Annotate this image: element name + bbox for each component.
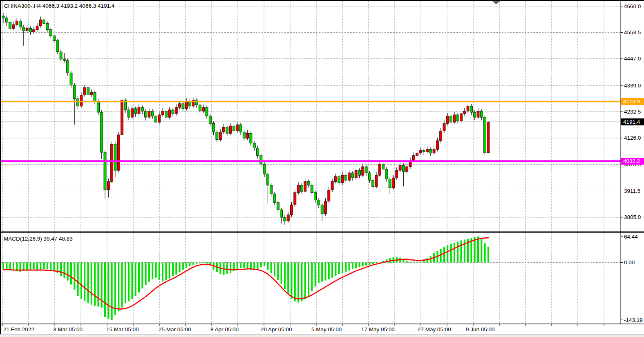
macd-histogram-bar xyxy=(315,263,316,287)
macd-histogram-bar xyxy=(237,263,238,270)
candle-bearish xyxy=(372,180,374,186)
candle-bullish xyxy=(378,164,381,175)
candle-bullish xyxy=(16,21,18,25)
time-axis-label: 17 May 05:00 xyxy=(361,326,395,333)
candle-bullish xyxy=(334,176,337,181)
candle-bullish xyxy=(453,115,456,122)
bottom-strip xyxy=(0,334,644,337)
candle-bullish xyxy=(148,111,150,117)
candle-bullish xyxy=(463,111,466,114)
macd-histogram-bar xyxy=(74,263,75,290)
macd-histogram-bar xyxy=(230,263,231,273)
candle-bullish xyxy=(223,127,225,132)
macd-histogram-bar xyxy=(94,263,96,306)
candle-bullish xyxy=(117,135,120,170)
macd-histogram-bar xyxy=(359,263,360,268)
macd-histogram-bar xyxy=(335,263,336,276)
macd-histogram-bar xyxy=(206,263,208,264)
candle-bullish xyxy=(362,167,364,175)
candle-bearish xyxy=(300,185,303,191)
macd-histogram-bar xyxy=(135,263,136,296)
macd-histogram-bar xyxy=(111,263,113,320)
macd-histogram-bar xyxy=(138,263,140,293)
candle-bullish xyxy=(412,156,415,161)
candle-bullish xyxy=(168,110,171,117)
macd-histogram-bar xyxy=(121,263,123,308)
candle-bearish xyxy=(266,174,269,185)
price-axis-label: 4447.0 xyxy=(624,56,641,62)
candle-bearish xyxy=(344,175,347,180)
macd-histogram-bar xyxy=(226,263,228,274)
candle-bearish xyxy=(101,112,103,152)
time-axis-label: 21 Feb 2022 xyxy=(3,326,34,333)
candle-bearish xyxy=(46,23,49,29)
macd-label: MACD(12,26,9) 39.47 48.83 xyxy=(4,236,73,242)
candle-bearish xyxy=(172,110,174,114)
macd-histogram-bar xyxy=(243,263,245,269)
macd-histogram-bar xyxy=(281,263,282,284)
candle-bearish xyxy=(141,107,143,111)
candle-bearish xyxy=(2,16,4,18)
time-axis-label: 8 Apr 05:00 xyxy=(210,326,239,333)
candle-bullish xyxy=(467,106,469,111)
candle-bearish xyxy=(97,101,99,112)
candle-bearish xyxy=(67,60,69,73)
macd-histogram-bar xyxy=(26,263,28,271)
candle-bearish xyxy=(484,117,486,153)
macd-histogram-bar xyxy=(349,263,350,271)
candle-bearish xyxy=(233,126,235,131)
macd-histogram-bar xyxy=(152,263,153,279)
macd-histogram-bar xyxy=(63,263,65,278)
macd-histogram-bar xyxy=(464,240,465,263)
macd-histogram-bar xyxy=(6,263,7,270)
candle-bullish xyxy=(107,181,110,190)
macd-histogram-bar xyxy=(182,263,184,270)
chart-window: 4660.04553.54447.04339.04232.54126.04018… xyxy=(0,0,644,337)
candle-bearish xyxy=(243,132,245,138)
price-badge-label: 4191.4 xyxy=(623,119,640,125)
macd-histogram-bar xyxy=(179,263,181,272)
macd-histogram-bar xyxy=(80,263,82,299)
candle-bullish xyxy=(355,170,357,178)
candle-bullish xyxy=(111,144,113,181)
candle-bearish xyxy=(277,203,279,210)
macd-histogram-bar xyxy=(114,263,116,315)
candle-bearish xyxy=(216,132,218,139)
macd-histogram-bar xyxy=(50,263,51,270)
candle-bearish xyxy=(22,27,25,31)
candlestick-chart[interactable]: 4660.04553.54447.04339.04232.54126.04018… xyxy=(0,0,644,337)
macd-histogram-bar xyxy=(461,240,462,262)
candle-bearish xyxy=(212,123,215,132)
candle-bearish xyxy=(365,167,367,173)
macd-histogram-bar xyxy=(267,263,268,270)
candle-bullish xyxy=(90,93,93,95)
candle-bullish xyxy=(419,151,422,153)
candle-bearish xyxy=(49,29,52,36)
price-axis-label: 4660.0 xyxy=(624,3,641,9)
candle-bearish xyxy=(280,210,283,217)
macd-histogram-bar xyxy=(484,243,486,262)
candle-bearish xyxy=(456,115,459,121)
macd-histogram-bar xyxy=(443,247,445,262)
candle-bullish xyxy=(328,190,330,201)
macd-histogram-bar xyxy=(345,263,347,272)
candle-bearish xyxy=(165,111,167,117)
candle-bearish xyxy=(104,152,106,190)
candle-bearish xyxy=(195,100,198,105)
candle-bearish xyxy=(351,173,354,178)
candle-bullish xyxy=(443,123,445,131)
candle-bearish xyxy=(127,110,130,117)
macd-histogram-bar xyxy=(172,263,174,276)
price-axis-label: 4126.0 xyxy=(624,135,641,141)
candle-bearish xyxy=(239,125,242,132)
time-axis-label: 20 Apr 05:00 xyxy=(261,326,292,333)
macd-histogram-bar xyxy=(287,263,289,294)
candle-bearish xyxy=(423,151,425,152)
candle-bearish xyxy=(270,185,273,194)
macd-histogram-bar xyxy=(274,263,275,277)
candle-bullish xyxy=(12,25,15,28)
macd-histogram-bar xyxy=(291,263,293,299)
price-axis-label: 3805.0 xyxy=(624,214,641,220)
candle-bullish xyxy=(399,165,401,170)
macd-histogram-bar xyxy=(481,238,482,263)
